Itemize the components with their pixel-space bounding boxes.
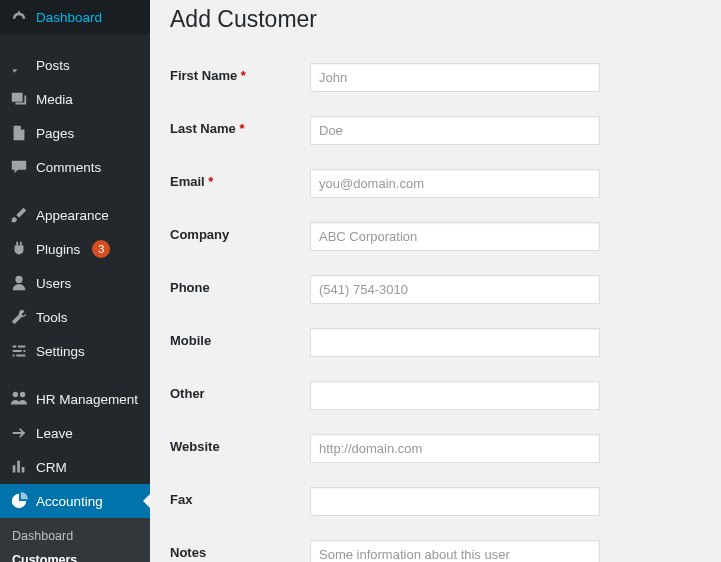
sidebar-item-label: Tools <box>36 310 68 325</box>
sidebar-item-accounting[interactable]: Accounting <box>0 484 150 518</box>
user-icon <box>10 274 28 292</box>
field-notes: Notes <box>170 528 701 562</box>
bars-icon <box>10 458 28 476</box>
sidebar-item-appearance[interactable]: Appearance <box>0 198 150 232</box>
label-notes: Notes <box>170 540 310 560</box>
mobile-input[interactable] <box>310 328 600 357</box>
sidebar-item-label: Posts <box>36 58 70 73</box>
field-fax: Fax <box>170 475 701 528</box>
sidebar-item-settings[interactable]: Settings <box>0 334 150 368</box>
label-website: Website <box>170 434 310 454</box>
sidebar-item-label: CRM <box>36 460 67 475</box>
sidebar-item-media[interactable]: Media <box>0 82 150 116</box>
label-mobile: Mobile <box>170 328 310 348</box>
menu-separator <box>0 372 150 378</box>
sidebar-item-posts[interactable]: Posts <box>0 48 150 82</box>
pin-icon <box>10 56 28 74</box>
sidebar-item-leave[interactable]: Leave <box>0 416 150 450</box>
field-website: Website <box>170 422 701 475</box>
media-icon <box>10 90 28 108</box>
field-email: Email * <box>170 157 701 210</box>
submenu-item-dashboard[interactable]: Dashboard <box>0 524 150 548</box>
sliders-icon <box>10 342 28 360</box>
sidebar-item-pages[interactable]: Pages <box>0 116 150 150</box>
sidebar-item-plugins[interactable]: Plugins 3 <box>0 232 150 266</box>
sidebar-item-hr-management[interactable]: HR Management <box>0 382 150 416</box>
label-company: Company <box>170 222 310 242</box>
other-input[interactable] <box>310 381 600 410</box>
pie-chart-icon <box>10 492 28 510</box>
sidebar-item-label: HR Management <box>36 392 138 407</box>
sidebar-item-tools[interactable]: Tools <box>0 300 150 334</box>
submenu-item-customers[interactable]: Customers <box>0 548 150 562</box>
menu-separator <box>0 188 150 194</box>
pages-icon <box>10 124 28 142</box>
sidebar-item-users[interactable]: Users <box>0 266 150 300</box>
sidebar-item-label: Plugins <box>36 242 80 257</box>
sidebar-item-label: Comments <box>36 160 101 175</box>
plugins-update-badge: 3 <box>92 240 110 258</box>
company-input[interactable] <box>310 222 600 251</box>
label-phone: Phone <box>170 275 310 295</box>
label-other: Other <box>170 381 310 401</box>
sidebar-item-crm[interactable]: CRM <box>0 450 150 484</box>
accounting-submenu: Dashboard Customers Vendors Sales <box>0 518 150 562</box>
field-first-name: First Name * <box>170 51 701 104</box>
sidebar-item-label: Accounting <box>36 494 103 509</box>
page-title: Add Customer <box>170 0 701 51</box>
label-last-name: Last Name * <box>170 116 310 136</box>
notes-textarea[interactable] <box>310 540 600 562</box>
menu-separator <box>0 38 150 44</box>
last-name-input[interactable] <box>310 116 600 145</box>
wrench-icon <box>10 308 28 326</box>
sidebar-item-label: Dashboard <box>36 10 102 25</box>
field-last-name: Last Name * <box>170 104 701 157</box>
first-name-input[interactable] <box>310 63 600 92</box>
field-phone: Phone <box>170 263 701 316</box>
phone-input[interactable] <box>310 275 600 304</box>
field-other: Other <box>170 369 701 422</box>
field-company: Company <box>170 210 701 263</box>
admin-sidebar: Dashboard Posts Media Pages Comments App… <box>0 0 150 562</box>
sidebar-item-label: Leave <box>36 426 73 441</box>
sidebar-item-label: Media <box>36 92 73 107</box>
arrow-right-icon <box>10 424 28 442</box>
sidebar-item-comments[interactable]: Comments <box>0 150 150 184</box>
plug-icon <box>10 240 28 258</box>
label-email: Email * <box>170 169 310 189</box>
brush-icon <box>10 206 28 224</box>
sidebar-item-label: Users <box>36 276 71 291</box>
comment-icon <box>10 158 28 176</box>
dashboard-icon <box>10 8 28 26</box>
website-input[interactable] <box>310 434 600 463</box>
sidebar-item-label: Pages <box>36 126 74 141</box>
sidebar-item-dashboard[interactable]: Dashboard <box>0 0 150 34</box>
email-input[interactable] <box>310 169 600 198</box>
fax-input[interactable] <box>310 487 600 516</box>
sidebar-item-label: Appearance <box>36 208 109 223</box>
label-fax: Fax <box>170 487 310 507</box>
sidebar-item-label: Settings <box>36 344 85 359</box>
field-mobile: Mobile <box>170 316 701 369</box>
group-icon <box>10 390 28 408</box>
main-content: Add Customer First Name * Last Name * Em… <box>150 0 721 562</box>
label-first-name: First Name * <box>170 63 310 83</box>
